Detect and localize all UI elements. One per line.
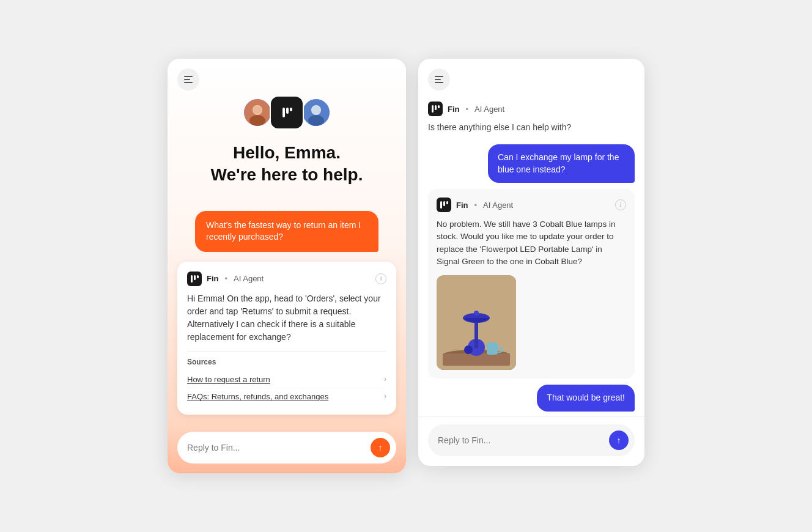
agent-response-2: Fin • AI Agent i No problem. We still ha… [428, 189, 635, 379]
send-arrow-icon-right: ↑ [617, 435, 621, 445]
user-message-2: That would be great! [537, 385, 635, 412]
svg-rect-15 [432, 105, 434, 113]
input-wrapper-right: ↑ [428, 424, 635, 456]
sources-title: Sources [187, 358, 386, 366]
agent-role: AI Agent [234, 274, 264, 283]
svg-point-2 [249, 115, 265, 126]
right-card-top: Fin • AI Agent Is there anything else I … [418, 59, 644, 139]
svg-point-10 [308, 115, 324, 126]
source-link-1[interactable]: How to request a return › [187, 371, 386, 388]
fin-logo-avatar [270, 95, 304, 130]
send-button-right[interactable]: ↑ [609, 430, 629, 450]
input-area-right: ↑ [418, 416, 644, 466]
agent-logo-right [428, 102, 443, 116]
avatar-left [243, 98, 272, 127]
info-icon-right[interactable]: i [615, 199, 626, 210]
agent-logo [187, 272, 202, 286]
send-arrow-icon: ↑ [378, 443, 383, 453]
reply-input-left[interactable] [187, 443, 366, 453]
left-chat-card: Hello, Emma. We're here to help. What's … [168, 59, 406, 473]
sources-section: Sources How to request a return › FAQs: … [187, 351, 386, 405]
agent-response-card: Fin • AI Agent i Hi Emma! On the app, he… [177, 262, 396, 415]
source-link-2[interactable]: FAQs: Returns, refunds, and exchanges › [187, 388, 386, 405]
chat-messages: Can I exchange my lamp for the blue one … [418, 139, 644, 416]
svg-point-3 [253, 106, 262, 114]
agent-header: Fin • AI Agent i [187, 272, 386, 286]
svg-rect-17 [438, 105, 440, 108]
user-message-1: Can I exchange my lamp for the blue one … [488, 144, 635, 183]
svg-rect-7 [290, 108, 292, 111]
svg-rect-18 [440, 201, 442, 209]
svg-rect-13 [194, 275, 196, 280]
svg-point-29 [464, 345, 473, 354]
chevron-icon-1: › [384, 375, 386, 383]
agent-message-text: Hi Emma! On the app, head to 'Orders', s… [187, 292, 386, 344]
info-icon-left[interactable]: i [375, 273, 386, 284]
menu-button[interactable] [177, 68, 199, 91]
svg-rect-14 [197, 275, 199, 278]
agent-name-right: Fin [448, 105, 460, 114]
agent-greeting: Is there anything else I can help with? [428, 122, 635, 139]
chevron-icon-2: › [384, 392, 386, 401]
svg-rect-28 [487, 342, 498, 355]
agent-info: Fin • AI Agent [187, 272, 264, 286]
input-wrapper-left: ↑ [177, 432, 396, 464]
user-question-bubble: What's the fastest way to return an item… [195, 211, 378, 252]
send-button-left[interactable]: ↑ [371, 438, 390, 457]
reply-input-right[interactable] [438, 435, 604, 445]
lamp-product-image [437, 275, 516, 370]
avatar-right [301, 98, 331, 127]
agent-logo-2 [437, 198, 451, 212]
menu-button-right[interactable] [428, 68, 450, 91]
agent-name: Fin [207, 274, 219, 283]
svg-rect-5 [282, 108, 285, 117]
agent-role-right: AI Agent [474, 105, 504, 114]
agent-msg-2: No problem. We still have 3 Cobalt Blue … [437, 218, 626, 268]
svg-point-11 [312, 106, 320, 114]
agent-role-2: AI Agent [483, 201, 513, 210]
agent-header-2: Fin • AI Agent i [437, 198, 626, 212]
svg-rect-16 [435, 105, 437, 110]
avatar-group [243, 95, 331, 130]
svg-rect-20 [446, 201, 448, 204]
hero-title: Hello, Emma. We're here to help. [211, 142, 363, 187]
agent-info-2: Fin • AI Agent [437, 198, 513, 212]
agent-name-2: Fin [456, 201, 468, 210]
right-chat-card: Fin • AI Agent Is there anything else I … [418, 59, 644, 466]
svg-rect-19 [443, 201, 445, 206]
svg-point-27 [474, 311, 479, 316]
input-area-left: ↑ [168, 424, 406, 473]
svg-rect-12 [191, 275, 193, 283]
hero-section: Hello, Emma. We're here to help. [168, 59, 406, 199]
svg-rect-6 [286, 108, 289, 114]
agent-header-right: Fin • AI Agent [428, 98, 635, 122]
